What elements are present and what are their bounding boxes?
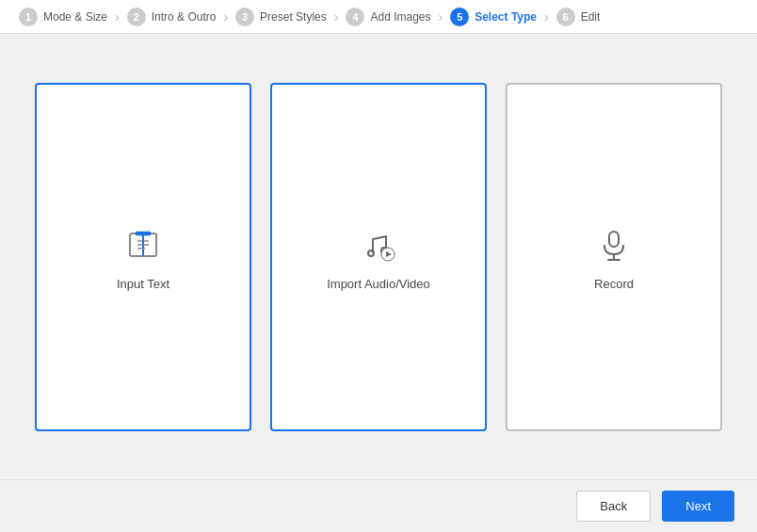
step-label-6: Edit (581, 10, 601, 24)
step-arrow-5: › (544, 9, 549, 24)
step-arrow-2: › (223, 9, 228, 24)
next-button[interactable]: Next (662, 491, 734, 522)
import-audio-video-label: Import Audio/Video (327, 277, 430, 291)
step-label-2: Intro & Outro (152, 10, 217, 24)
wizard-step-3[interactable]: 3Preset Styles (232, 8, 330, 26)
wizard-header: 1Mode & Size›2Intro & Outro›3Preset Styl… (0, 0, 757, 34)
footer: Back Next (0, 479, 757, 532)
step-circle-2: 2 (127, 8, 146, 26)
record-card[interactable]: Record (506, 83, 722, 431)
wizard-step-5[interactable]: 5Select Type (446, 8, 540, 26)
main-content: Input Text Import Audio/Video (0, 34, 757, 479)
input-text-label: Input Text (117, 277, 169, 291)
record-icon (591, 222, 636, 267)
svg-rect-1 (136, 232, 151, 235)
record-label: Record (594, 277, 634, 291)
step-label-3: Preset Styles (260, 10, 327, 24)
svg-point-7 (368, 250, 374, 256)
wizard-step-4[interactable]: 4Add Images (342, 8, 434, 26)
step-label-1: Mode & Size (43, 10, 107, 24)
back-button[interactable]: Back (576, 491, 651, 522)
step-arrow-4: › (439, 9, 443, 24)
import-audio-video-icon (356, 222, 401, 267)
step-circle-3: 3 (235, 8, 254, 26)
step-circle-5: 5 (450, 8, 469, 26)
svg-rect-12 (609, 232, 619, 247)
wizard-step-6[interactable]: 6Edit (553, 8, 604, 26)
input-text-icon (121, 222, 166, 267)
input-text-card[interactable]: Input Text (35, 83, 251, 431)
step-circle-1: 1 (19, 8, 38, 26)
step-circle-6: 6 (556, 8, 575, 26)
step-label-4: Add Images (370, 10, 430, 24)
wizard-step-1[interactable]: 1Mode & Size (15, 8, 111, 26)
import-audio-video-card[interactable]: Import Audio/Video (270, 83, 487, 431)
step-circle-4: 4 (346, 8, 364, 26)
wizard-step-2[interactable]: 2Intro & Outro (123, 8, 220, 26)
step-arrow-1: › (115, 9, 120, 24)
step-label-5: Select Type (475, 10, 537, 24)
step-arrow-3: › (334, 9, 339, 24)
